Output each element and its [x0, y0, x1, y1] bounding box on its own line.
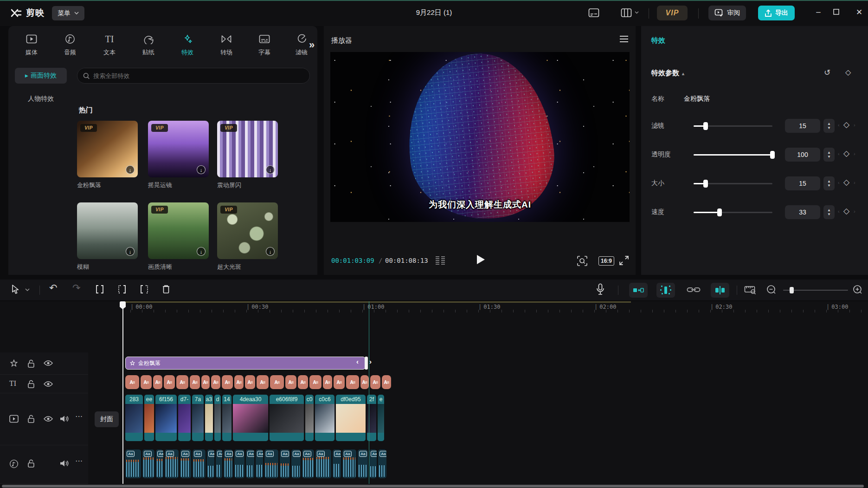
effect-card-摇晃运镜[interactable]: VIP ↓ 摇晃运镜 [148, 121, 209, 189]
text-clip[interactable]: A≡ [370, 375, 380, 389]
auto-cut-toggle[interactable] [656, 283, 675, 298]
param-slider[interactable] [694, 154, 772, 156]
video-clip-a3[interactable]: a3 [205, 395, 213, 441]
video-clip-d7-[interactable]: d7- [178, 395, 191, 441]
trim-left-handle[interactable]: ‹ [356, 358, 359, 365]
tab-字幕[interactable]: 字幕 [250, 33, 279, 57]
text-clip[interactable]: A≡ [201, 375, 210, 389]
preview-split-toggle[interactable] [711, 283, 729, 298]
audio-clip[interactable]: Aa [246, 449, 254, 478]
tab-转场[interactable]: 转场 [212, 33, 241, 57]
slider-knob[interactable] [770, 151, 775, 159]
video-clip-14[interactable]: 14 [222, 395, 231, 441]
layout-icon[interactable] [621, 8, 632, 18]
text-clip[interactable]: A≡ [298, 375, 308, 389]
more-tabs-icon[interactable]: » [309, 39, 315, 51]
keyframe-diamond-icon[interactable]: ◇ [843, 177, 849, 187]
reset-params-icon[interactable]: ↺ [824, 68, 830, 78]
effect-clip[interactable]: 金粉飘落 [125, 357, 366, 370]
text-clip[interactable]: A≡ [245, 375, 255, 389]
split-keep-right-icon[interactable] [139, 285, 149, 294]
params-section-header[interactable]: 特效参数▴ [651, 69, 684, 78]
param-slider[interactable] [694, 212, 772, 213]
download-icon[interactable]: ↓ [126, 165, 135, 174]
text-clip[interactable]: A≡ [141, 375, 152, 389]
text-clip[interactable]: A≡ [257, 375, 269, 389]
effect-thumbnail[interactable]: ↓ [77, 202, 138, 259]
cover-button[interactable]: 封面 [95, 411, 119, 427]
text-clip[interactable]: A≡ [382, 375, 391, 389]
video-clip-6f156[interactable]: 6f156 [155, 395, 177, 441]
param-stepper[interactable]: ▲▼ [823, 205, 835, 219]
effect-thumbnail[interactable]: VIP ↓ [148, 121, 209, 177]
text-clip[interactable]: A≡ [309, 375, 321, 389]
player-menu-icon[interactable] [619, 35, 629, 43]
preview-focus-icon[interactable] [577, 255, 588, 267]
playhead-line[interactable] [122, 301, 123, 484]
effect-thumbnail[interactable]: VIP ↓ [77, 121, 138, 177]
audio-clip[interactable]: Aa [224, 449, 233, 478]
review-button[interactable]: 审阅 [708, 6, 746, 20]
minimize-button[interactable]: – [812, 7, 825, 17]
audio-clip[interactable]: Aa [342, 449, 356, 478]
video-clip-d[interactable]: d [214, 395, 221, 441]
trim-right-handle[interactable]: › [369, 358, 372, 365]
effect-card-画质清晰[interactable]: VIP ↓ 画质清晰 [148, 202, 209, 271]
split-icon[interactable] [95, 285, 105, 294]
effect-card-震动屏闪[interactable]: VIP ↓ 震动屏闪 [217, 121, 278, 189]
video-preview[interactable]: 为我们深入理解生成式AI [330, 52, 630, 222]
text-clip[interactable]: A≡ [234, 375, 244, 389]
audio-clip[interactable]: Aa [280, 449, 290, 478]
download-icon[interactable]: ↓ [197, 165, 206, 174]
tab-贴纸[interactable]: 贴纸 [134, 33, 163, 57]
text-clip[interactable]: A≡ [190, 375, 200, 389]
effect-thumbnail[interactable]: VIP ↓ [217, 121, 278, 177]
param-value[interactable]: 15 [785, 176, 820, 190]
video-clip-4deaa30[interactable]: 4deaa30 [233, 395, 268, 441]
zoom-slider-knob[interactable] [790, 287, 794, 293]
effect-card-金粉飘落[interactable]: VIP ↓ 金粉飘落 [77, 121, 138, 189]
video-clip-e606f8f9[interactable]: e606f8f9 [270, 395, 304, 441]
category-人物特效[interactable]: 人物特效 [15, 91, 67, 107]
video-clip-283[interactable]: 283 [125, 395, 143, 441]
param-stepper[interactable]: ▲▼ [823, 176, 835, 190]
effect-search-bar[interactable] [77, 68, 310, 84]
undo-icon[interactable]: ↶ [49, 282, 58, 293]
fullscreen-icon[interactable] [619, 255, 629, 266]
vip-badge[interactable]: VIP [657, 6, 688, 20]
tab-音频[interactable]: 音频 [55, 33, 85, 57]
aspect-ratio-button[interactable]: 16:9 [598, 256, 614, 266]
param-value[interactable]: 15 [785, 119, 820, 133]
text-clip[interactable]: A≡ [346, 375, 359, 389]
text-clip[interactable]: A≡ [323, 375, 332, 389]
audio-clip[interactable]: Aa [207, 449, 214, 478]
audio-clip[interactable]: Aa [358, 449, 368, 478]
param-stepper[interactable]: ▲▼ [823, 148, 835, 162]
more-options-icon[interactable]: ⋯ [75, 456, 83, 465]
layout-dropdown-icon[interactable] [635, 11, 639, 14]
text-clip[interactable]: A≡ [285, 375, 296, 389]
play-button[interactable] [476, 254, 485, 265]
redo-icon[interactable]: ↷ [72, 282, 81, 293]
snap-toggle[interactable] [629, 283, 648, 298]
tab-文本[interactable]: TI 文本 [95, 33, 124, 57]
category-画面特效[interactable]: ▶画面特效 [15, 68, 67, 84]
prev-keyframe-icon[interactable]: ‹ [838, 208, 840, 214]
audio-clip[interactable]: Aa [156, 449, 163, 478]
next-keyframe-icon[interactable]: › [854, 208, 855, 214]
lock-icon[interactable] [27, 359, 35, 368]
link-toggle[interactable] [687, 286, 701, 293]
lock-icon[interactable] [27, 414, 35, 423]
record-voiceover-icon[interactable] [596, 283, 604, 295]
more-options-icon[interactable]: ⋯ [75, 412, 83, 421]
timeline-zoom-slider[interactable] [783, 290, 848, 291]
text-clip[interactable]: A≡ [334, 375, 345, 389]
next-keyframe-icon[interactable]: › [854, 180, 855, 185]
keyframe-diamond-icon[interactable]: ◇ [845, 68, 851, 77]
audio-clip[interactable]: Aa [193, 449, 206, 478]
audio-clip[interactable]: Aa [369, 449, 377, 478]
audio-clip[interactable]: Aa [216, 449, 222, 478]
audio-clip[interactable]: Aa [333, 449, 341, 478]
slider-knob[interactable] [703, 122, 708, 130]
slider-knob[interactable] [717, 208, 722, 216]
